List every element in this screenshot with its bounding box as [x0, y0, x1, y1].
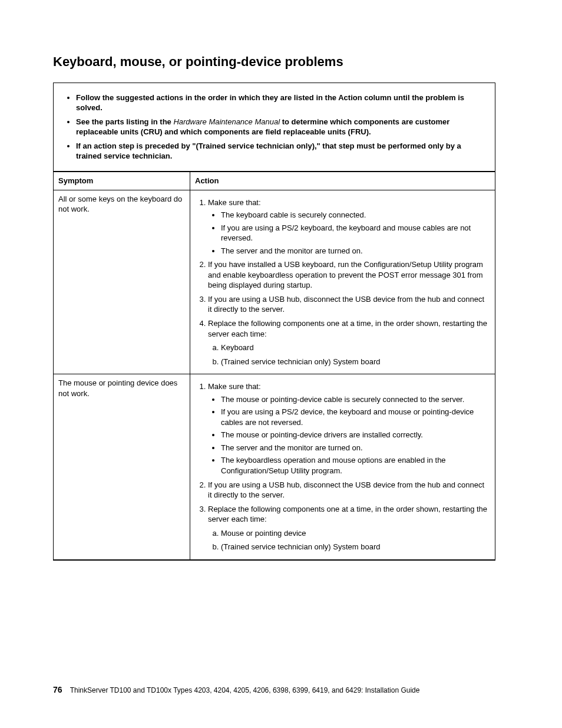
- intro-note-3: If an action step is preceded by "(Train…: [76, 141, 488, 162]
- action-keyboard: Make sure that: The keyboard cable is se…: [190, 190, 495, 374]
- action-step: If you have installed a USB keyboard, ru…: [208, 259, 490, 291]
- action-step: Replace the following components one at …: [208, 504, 490, 552]
- substep: (Trained service technician only) System…: [221, 542, 490, 552]
- substep: Mouse or pointing device: [221, 528, 490, 539]
- table-row: The mouse or pointing device does not wo…: [54, 374, 495, 560]
- bullet: The mouse or pointing-device drivers are…: [221, 430, 490, 440]
- substep: (Trained service technician only) System…: [221, 357, 490, 367]
- col-symptom: Symptom: [54, 172, 190, 190]
- intro-notes: Follow the suggested actions in the orde…: [54, 83, 495, 172]
- document-page: Keyboard, mouse, or pointing-device prob…: [0, 0, 562, 728]
- section-heading: Keyboard, mouse, or pointing-device prob…: [53, 53, 494, 71]
- action-step: Make sure that: The keyboard cable is se…: [208, 197, 490, 256]
- troubleshooting-table: Symptom Action All or some keys on the k…: [54, 172, 495, 560]
- bullet: The keyboard cable is securely connected…: [221, 210, 490, 220]
- action-mouse: Make sure that: The mouse or pointing-de…: [190, 374, 495, 560]
- symptom-mouse: The mouse or pointing device does not wo…: [54, 374, 190, 560]
- action-step: If you are using a USB hub, disconnect t…: [208, 480, 490, 500]
- table-row: All or some keys on the keyboard do not …: [54, 190, 495, 374]
- intro-note-2: See the parts listing in the Hardware Ma…: [76, 117, 488, 137]
- action-step: Replace the following components one at …: [208, 318, 490, 367]
- step-text: Make sure that:: [208, 382, 261, 391]
- bullet: The mouse or pointing-device cable is se…: [221, 394, 490, 405]
- footer-text: ThinkServer TD100 and TD100x Types 4203,…: [70, 686, 420, 694]
- bullet: The keyboardless operation and mouse opt…: [221, 455, 490, 476]
- step-text: Make sure that:: [208, 198, 261, 207]
- col-action: Action: [190, 172, 495, 190]
- substep: Keyboard: [221, 342, 490, 353]
- step-text: Replace the following components one at …: [208, 319, 487, 338]
- action-step: If you are using a USB hub, disconnect t…: [208, 294, 490, 315]
- intro-note-1: Follow the suggested actions in the orde…: [76, 93, 488, 113]
- page-number: 76: [53, 685, 62, 694]
- table-header-row: Symptom Action: [54, 172, 495, 190]
- bullet: The server and the monitor are turned on…: [221, 246, 490, 256]
- page-footer: 76 ThinkServer TD100 and TD100x Types 42…: [53, 684, 494, 696]
- action-step: Make sure that: The mouse or pointing-de…: [208, 381, 490, 476]
- troubleshooting-box: Follow the suggested actions in the orde…: [53, 83, 495, 561]
- symptom-keyboard: All or some keys on the keyboard do not …: [54, 190, 190, 374]
- bullet: If you are using a PS/2 device, the keyb…: [221, 407, 490, 427]
- bullet: If you are using a PS/2 keyboard, the ke…: [221, 223, 490, 243]
- step-text: Replace the following components one at …: [208, 505, 487, 524]
- bullet: The server and the monitor are turned on…: [221, 443, 490, 453]
